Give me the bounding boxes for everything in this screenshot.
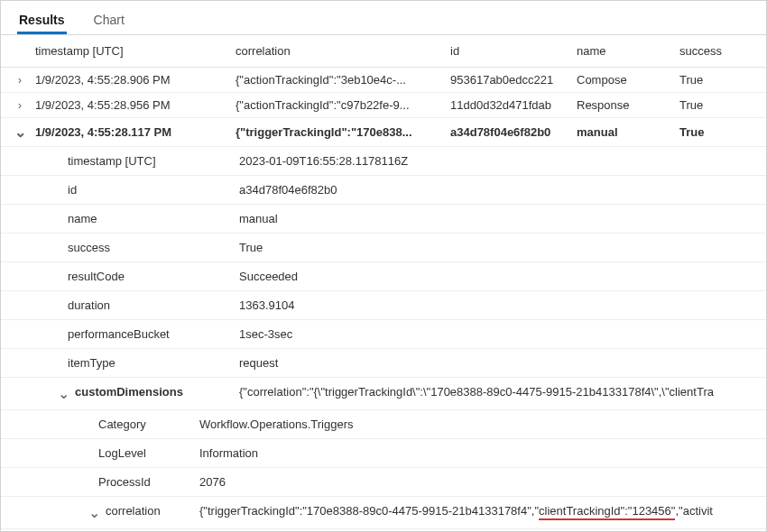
cell-timestamp: 1/9/2023, 4:55:28.956 PM xyxy=(32,98,236,112)
detail-key: name xyxy=(68,212,239,225)
detail-value: True xyxy=(239,241,766,254)
chevron-down-icon[interactable]: ⌄ xyxy=(8,124,32,141)
col-correlation[interactable]: correlation xyxy=(236,44,450,58)
detail-value: 1sec-3sec xyxy=(239,327,766,341)
correlation-highlight: clientTrackingId":"123456" xyxy=(539,504,675,520)
detail-key: correlation xyxy=(106,504,199,521)
detail-row: itemType request xyxy=(1,349,766,378)
cell-timestamp: 1/9/2023, 4:55:28.117 PM xyxy=(32,125,236,139)
col-timestamp[interactable]: timestamp [UTC] xyxy=(32,44,236,58)
detail-value: request xyxy=(239,356,766,370)
cell-correlation: {"actionTrackingId":"c97b22fe-9... xyxy=(236,98,450,112)
detail-key: timestamp [UTC] xyxy=(68,154,239,168)
detail-value: a34d78f04e6f82b0 xyxy=(239,183,766,197)
detail-value: 2076 xyxy=(199,475,766,489)
detail-key: id xyxy=(68,183,239,197)
detail-value: {"correlation":"{\"triggerTrackingId\":\… xyxy=(239,385,766,402)
detail-key: customDimensions xyxy=(75,385,239,402)
chevron-right-icon[interactable]: › xyxy=(8,74,32,87)
tab-bar: Results Chart xyxy=(1,1,766,35)
cell-correlation: {"actionTrackingId":"3eb10e4c-... xyxy=(236,73,450,87)
col-name[interactable]: name xyxy=(577,44,679,58)
cell-timestamp: 1/9/2023, 4:55:28.906 PM xyxy=(32,73,236,87)
detail-key: performanceBucket xyxy=(68,327,239,341)
detail-row: performanceBucket 1sec-3sec xyxy=(1,320,766,349)
detail-key: itemType xyxy=(68,356,239,370)
col-id[interactable]: id xyxy=(450,44,577,58)
detail-key: success xyxy=(68,241,239,254)
detail-row: resultCode Succeeded xyxy=(1,262,766,291)
chevron-right-icon[interactable]: › xyxy=(8,99,32,112)
cell-name: manual xyxy=(577,125,679,139)
detail-value: 2023-01-09T16:55:28.1178116Z xyxy=(239,154,766,168)
chevron-down-icon[interactable]: ⌄ xyxy=(82,504,106,521)
cell-id: 953617ab0edcc221 xyxy=(450,73,577,87)
detail-value: Succeeded xyxy=(239,270,766,283)
correlation-prefix: {"triggerTrackingId":"170e8388-89c0-4475… xyxy=(199,504,539,518)
tab-results[interactable]: Results xyxy=(17,13,67,34)
correlation-suffix: ,"activit xyxy=(675,504,712,518)
detail-value: 1363.9104 xyxy=(239,298,766,312)
cell-name: Compose xyxy=(577,73,679,87)
detail-row: timestamp [UTC] 2023-01-09T16:55:28.1178… xyxy=(1,147,766,176)
cell-success: True xyxy=(679,125,766,139)
table-row[interactable]: › 1/9/2023, 4:55:28.906 PM {"actionTrack… xyxy=(1,68,766,93)
detail-value: {"triggerTrackingId":"170e8388-89c0-4475… xyxy=(199,504,766,521)
cell-success: True xyxy=(679,73,766,87)
cell-success: True xyxy=(679,98,766,112)
detail-key: LogLevel xyxy=(98,446,199,460)
detail-row: Category Workflow.Operations.Triggers xyxy=(1,410,766,439)
detail-key: duration xyxy=(68,298,239,312)
detail-row-customdimensions[interactable]: ⌄ customDimensions {"correlation":"{\"tr… xyxy=(1,378,766,410)
cell-name: Response xyxy=(577,98,679,112)
cell-correlation: {"triggerTrackingId":"170e838... xyxy=(236,125,450,139)
table-row-expanded[interactable]: ⌄ 1/9/2023, 4:55:28.117 PM {"triggerTrac… xyxy=(1,118,766,147)
detail-row: LogLevel Information xyxy=(1,439,766,468)
detail-value: manual xyxy=(239,212,766,225)
chevron-down-icon[interactable]: ⌄ xyxy=(51,385,75,402)
detail-row: ProcessId 2076 xyxy=(1,468,766,497)
column-headers: timestamp [UTC] correlation id name succ… xyxy=(1,35,766,68)
detail-row: id a34d78f04e6f82b0 xyxy=(1,176,766,205)
detail-key: Category xyxy=(98,417,199,431)
tab-chart[interactable]: Chart xyxy=(92,13,126,34)
detail-row: success True xyxy=(1,234,766,262)
detail-key: resultCode xyxy=(68,270,239,283)
detail-value: Workflow.Operations.Triggers xyxy=(199,417,766,431)
cell-id: a34d78f04e6f82b0 xyxy=(450,125,577,139)
detail-row-correlation[interactable]: ⌄ correlation {"triggerTrackingId":"170e… xyxy=(1,497,766,529)
detail-row: name manual xyxy=(1,205,766,234)
col-success[interactable]: success xyxy=(679,44,766,58)
detail-row: duration 1363.9104 xyxy=(1,291,766,320)
table-row[interactable]: › 1/9/2023, 4:55:28.956 PM {"actionTrack… xyxy=(1,93,766,118)
cell-id: 11dd0d32d471fdab xyxy=(450,98,577,112)
detail-value: Information xyxy=(199,446,766,460)
detail-key: ProcessId xyxy=(98,475,199,489)
